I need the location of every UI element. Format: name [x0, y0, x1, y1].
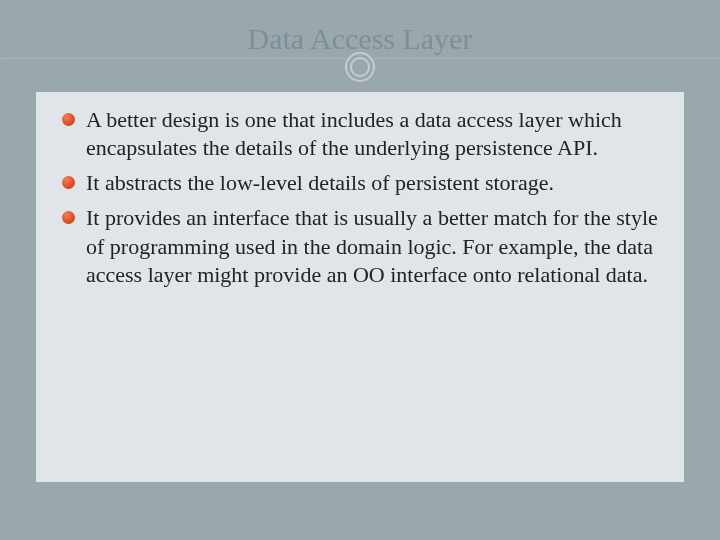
bullet-list: A better design is one that includes a d…: [58, 106, 662, 289]
circle-ornament-icon: [345, 52, 375, 82]
bullet-text: It provides an interface that is usually…: [86, 205, 658, 286]
list-item: It provides an interface that is usually…: [58, 204, 662, 288]
list-item: A better design is one that includes a d…: [58, 106, 662, 162]
slide: Data Access Layer A better design is one…: [0, 0, 720, 540]
bullet-icon: [62, 211, 75, 224]
bullet-text: A better design is one that includes a d…: [86, 107, 622, 160]
list-item: It abstracts the low-level details of pe…: [58, 169, 662, 197]
bullet-icon: [62, 176, 75, 189]
content-panel: A better design is one that includes a d…: [36, 92, 684, 482]
bullet-icon: [62, 113, 75, 126]
bullet-text: It abstracts the low-level details of pe…: [86, 170, 554, 195]
